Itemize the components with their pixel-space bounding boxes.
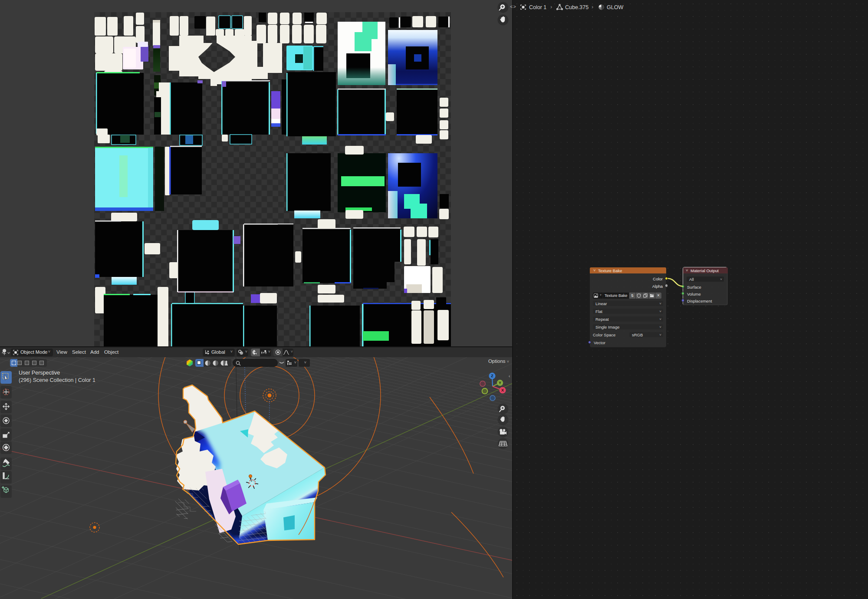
svg-text:‹: ‹: [509, 374, 510, 378]
svg-text:Y: Y: [499, 381, 501, 385]
svg-text:Z: Z: [491, 374, 493, 378]
svg-text:X: X: [501, 388, 504, 392]
